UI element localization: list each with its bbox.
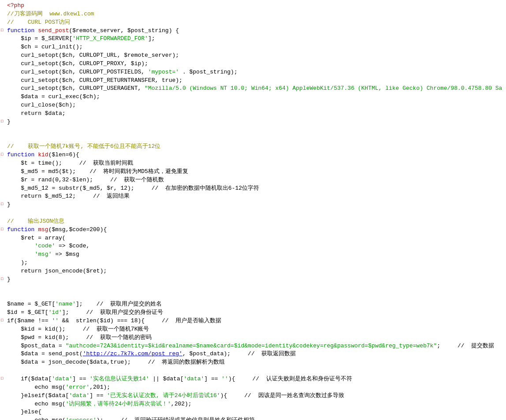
line-gutter bbox=[1, 176, 6, 177]
line-content: echo msg('访问频繁，请等待24小时后再次尝试！',202); bbox=[6, 400, 505, 409]
line: □function kid($len=6){ bbox=[0, 151, 506, 159]
line-content: $post_data = "authcode=72A3&identity=$ki… bbox=[6, 342, 505, 350]
line-content bbox=[6, 135, 505, 143]
line-gutter bbox=[1, 2, 6, 2]
line-gutter bbox=[1, 400, 6, 401]
line bbox=[0, 367, 506, 375]
line-gutter: □ bbox=[1, 118, 6, 125]
line-gutter bbox=[1, 292, 6, 293]
line: □function send_post($remote_server, $pos… bbox=[0, 27, 506, 35]
line-gutter bbox=[1, 242, 6, 243]
line-gutter bbox=[1, 85, 6, 85]
line: □} bbox=[0, 276, 506, 284]
line bbox=[0, 135, 506, 143]
line-gutter bbox=[1, 35, 6, 35]
line-content: }elseif($data['data'] == '已无实名认证次数, 请于24… bbox=[6, 392, 505, 400]
line: // 输出JSON信息 bbox=[0, 217, 506, 226]
line: □} bbox=[0, 201, 506, 209]
line: 'msg' => $msg bbox=[0, 251, 506, 259]
line: $post_data = "authcode=72A3&identity=$ki… bbox=[0, 342, 506, 350]
line-content: $name = $_GET['name']; // 获取用户提交的姓名 bbox=[6, 300, 505, 309]
line-content: } bbox=[6, 118, 505, 126]
line: ); bbox=[0, 259, 506, 267]
line-gutter bbox=[1, 43, 6, 44]
line: □} bbox=[0, 118, 506, 126]
line-gutter bbox=[1, 334, 6, 334]
line: echo msg('访问频繁，请等待24小时后再次尝试！',202); bbox=[0, 400, 506, 409]
line: $pwd = kid(8); // 获取一个随机的密码 bbox=[0, 334, 506, 342]
line-content: ); bbox=[6, 259, 505, 267]
line: $ch = curl_init(); bbox=[0, 43, 506, 52]
line-gutter bbox=[1, 350, 6, 350]
line-content: return json_encode($ret); bbox=[6, 267, 505, 276]
line: echo msg('error',201); bbox=[0, 383, 506, 392]
line-content: curl_setopt($ch, CURLOPT_RETURNTRANSFER,… bbox=[6, 77, 505, 85]
line: $data = send_post('http://zc.7k7k.com/po… bbox=[0, 350, 506, 358]
line: □if($name !== '' && strlen($id) === 18){… bbox=[0, 317, 506, 325]
line: $data = json_decode($data,true); // 将返回的… bbox=[0, 358, 506, 367]
line: $data = curl_exec($ch); bbox=[0, 93, 506, 101]
line-content: $_md5_12 = substr($_md5, $r, 12); // 在加密… bbox=[6, 184, 505, 193]
line-gutter bbox=[1, 110, 6, 110]
line-content: $data = send_post('http://zc.7k7k.com/po… bbox=[6, 350, 505, 358]
line-gutter bbox=[1, 267, 6, 268]
line-gutter bbox=[1, 101, 6, 102]
line-content: <?php bbox=[6, 2, 505, 10]
line-content: curl_close($ch); bbox=[6, 101, 505, 110]
line-gutter bbox=[1, 217, 6, 218]
line-content: return $_md5_12; // 返回结果 bbox=[6, 192, 505, 201]
line-gutter bbox=[1, 342, 6, 343]
line-content: function msg($msg,$code=200){ bbox=[6, 226, 505, 234]
line-content: // CURL POST访问 bbox=[6, 18, 505, 27]
line-content: $data = curl_exec($ch); bbox=[6, 93, 505, 101]
line-gutter bbox=[1, 309, 6, 309]
line bbox=[0, 292, 506, 301]
line-gutter bbox=[1, 159, 6, 160]
line-content: echo msg('error',201); bbox=[6, 383, 505, 392]
line-content: 'msg' => $msg bbox=[6, 251, 505, 259]
line-content: $ip = $_SERVER['HTTP_X_FORWARDED_FOR']; bbox=[6, 35, 505, 43]
line-gutter bbox=[1, 300, 6, 301]
line: $t = time(); // 获取当前时间戳 bbox=[0, 159, 506, 168]
line-gutter bbox=[1, 93, 6, 93]
line-content: function send_post($remote_server, $post… bbox=[6, 27, 505, 35]
line-gutter: □ bbox=[1, 226, 6, 233]
line-gutter: □ bbox=[1, 201, 6, 208]
line bbox=[0, 284, 506, 292]
line-content: return $data; bbox=[6, 110, 505, 118]
line: □ if($data['data'] == '实名信息认证失败14' || $d… bbox=[0, 375, 506, 383]
line-content: curl_setopt($ch, CURLOPT_POSTFIELDS, 'my… bbox=[6, 68, 505, 77]
line-gutter: □ bbox=[1, 276, 6, 283]
line-gutter bbox=[1, 234, 6, 235]
line: $id = $_GET['id']; // 获取用户提交的身份证号 bbox=[0, 309, 506, 317]
line: curl_setopt($ch, CURLOPT_PROXY, $ip); bbox=[0, 60, 506, 68]
line: $r = rand(0,32-$len); // 获取一个随机数 bbox=[0, 176, 506, 184]
line-gutter bbox=[1, 408, 6, 409]
line-gutter bbox=[1, 209, 6, 210]
line: return $data; bbox=[0, 110, 506, 118]
line: $name = $_GET['name']; // 获取用户提交的姓名 bbox=[0, 300, 506, 309]
line-gutter bbox=[1, 367, 6, 367]
line-gutter bbox=[1, 392, 6, 392]
line-gutter bbox=[1, 284, 6, 284]
line-gutter bbox=[1, 416, 6, 417]
line: <?php bbox=[0, 2, 506, 10]
line: curl_setopt($ch, CURLOPT_RETURNTRANSFER,… bbox=[0, 77, 506, 85]
line-content: $t = time(); // 获取当前时间戳 bbox=[6, 159, 505, 168]
line-gutter bbox=[1, 143, 6, 143]
line: $ip = $_SERVER['HTTP_X_FORWARDED_FOR']; bbox=[0, 35, 506, 43]
line-gutter bbox=[1, 10, 6, 11]
line: return json_encode($ret); bbox=[0, 267, 506, 276]
line-content: echo msg('success'); // 返回验证码错误或其他信息则是姓名… bbox=[6, 416, 505, 420]
line-gutter bbox=[1, 60, 6, 60]
line: curl_setopt($ch, CURLOPT_USERAGENT, "Moz… bbox=[0, 85, 506, 93]
line-content bbox=[6, 367, 505, 375]
line-gutter bbox=[1, 18, 6, 19]
line-content bbox=[6, 284, 505, 292]
line-gutter bbox=[1, 192, 6, 193]
line: curl_close($ch); bbox=[0, 101, 506, 110]
line-gutter bbox=[1, 52, 6, 52]
line-gutter bbox=[1, 383, 6, 384]
line-content: $data = json_decode($data,true); // 将返回的… bbox=[6, 358, 505, 367]
line: 'code' => $code, bbox=[0, 242, 506, 251]
